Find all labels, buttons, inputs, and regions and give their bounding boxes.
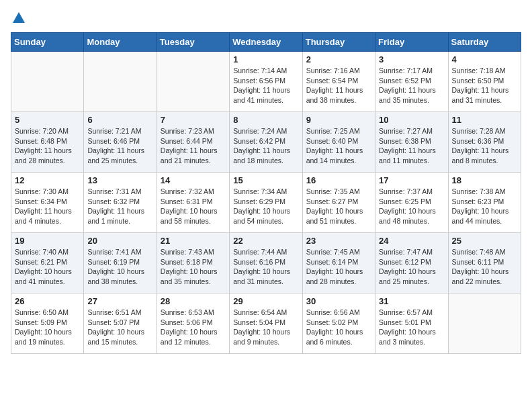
calendar-cell: 10Sunrise: 7:27 AMSunset: 6:38 PMDayligh…: [375, 112, 448, 173]
calendar-header-row: SundayMondayTuesdayWednesdayThursdayFrid…: [11, 33, 521, 52]
calendar-cell: 16Sunrise: 7:35 AMSunset: 6:27 PMDayligh…: [302, 173, 375, 233]
day-info: Sunrise: 7:44 AMSunset: 6:16 PMDaylight:…: [233, 247, 298, 287]
calendar-cell: 9Sunrise: 7:25 AMSunset: 6:40 PMDaylight…: [302, 112, 375, 173]
day-number: 17: [379, 175, 444, 185]
calendar-cell: 15Sunrise: 7:34 AMSunset: 6:29 PMDayligh…: [230, 173, 302, 233]
day-info: Sunrise: 7:47 AMSunset: 6:12 PMDaylight:…: [379, 247, 444, 287]
day-info: Sunrise: 7:27 AMSunset: 6:38 PMDaylight:…: [379, 126, 444, 166]
calendar-cell: [84, 52, 157, 112]
day-number: 27: [87, 296, 152, 306]
calendar-week-2: 5Sunrise: 7:20 AMSunset: 6:48 PMDaylight…: [11, 112, 521, 173]
day-info: Sunrise: 7:30 AMSunset: 6:34 PMDaylight:…: [15, 187, 80, 226]
calendar-cell: 1Sunrise: 7:14 AMSunset: 6:56 PMDaylight…: [230, 52, 302, 112]
calendar-cell: 6Sunrise: 7:21 AMSunset: 6:46 PMDaylight…: [84, 112, 157, 173]
calendar-cell: 7Sunrise: 7:23 AMSunset: 6:44 PMDaylight…: [157, 112, 229, 173]
calendar-cell: 28Sunrise: 6:53 AMSunset: 5:06 PMDayligh…: [157, 293, 229, 354]
day-info: Sunrise: 6:57 AMSunset: 5:01 PMDaylight:…: [379, 308, 444, 347]
logo: [11, 11, 27, 24]
calendar-cell: 24Sunrise: 7:47 AMSunset: 6:12 PMDayligh…: [375, 233, 448, 293]
day-info: Sunrise: 7:35 AMSunset: 6:27 PMDaylight:…: [306, 187, 371, 226]
calendar-cell: 26Sunrise: 6:50 AMSunset: 5:09 PMDayligh…: [11, 293, 84, 354]
calendar-cell: 12Sunrise: 7:30 AMSunset: 6:34 PMDayligh…: [11, 173, 84, 233]
calendar-cell: [11, 52, 84, 112]
day-number: 22: [233, 236, 298, 246]
day-number: 2: [306, 54, 371, 64]
day-number: 19: [15, 236, 80, 246]
calendar-cell: 3Sunrise: 7:17 AMSunset: 6:52 PMDaylight…: [375, 52, 448, 112]
day-number: 31: [379, 296, 444, 306]
weekday-header-friday: Friday: [375, 33, 448, 52]
day-info: Sunrise: 7:24 AMSunset: 6:42 PMDaylight:…: [233, 126, 298, 166]
day-info: Sunrise: 7:34 AMSunset: 6:29 PMDaylight:…: [233, 187, 298, 226]
day-number: 4: [452, 54, 517, 64]
day-info: Sunrise: 7:28 AMSunset: 6:36 PMDaylight:…: [452, 126, 517, 166]
calendar-cell: 25Sunrise: 7:48 AMSunset: 6:11 PMDayligh…: [448, 233, 521, 293]
day-info: Sunrise: 7:21 AMSunset: 6:46 PMDaylight:…: [87, 126, 152, 166]
day-info: Sunrise: 6:56 AMSunset: 5:02 PMDaylight:…: [306, 308, 371, 347]
logo-icon: [11, 11, 26, 26]
day-number: 3: [379, 54, 444, 64]
calendar-cell: 17Sunrise: 7:37 AMSunset: 6:25 PMDayligh…: [375, 173, 448, 233]
day-info: Sunrise: 7:38 AMSunset: 6:23 PMDaylight:…: [452, 187, 517, 226]
day-number: 30: [306, 296, 371, 306]
page-header: [11, 11, 521, 24]
day-number: 26: [15, 296, 80, 306]
calendar-cell: 14Sunrise: 7:32 AMSunset: 6:31 PMDayligh…: [157, 173, 229, 233]
day-info: Sunrise: 7:48 AMSunset: 6:11 PMDaylight:…: [452, 247, 517, 287]
calendar-cell: [448, 293, 521, 354]
day-info: Sunrise: 7:25 AMSunset: 6:40 PMDaylight:…: [306, 126, 371, 166]
day-info: Sunrise: 6:54 AMSunset: 5:04 PMDaylight:…: [233, 308, 298, 347]
calendar-week-1: 1Sunrise: 7:14 AMSunset: 6:56 PMDaylight…: [11, 52, 521, 112]
day-info: Sunrise: 7:31 AMSunset: 6:32 PMDaylight:…: [87, 187, 152, 226]
day-info: Sunrise: 7:40 AMSunset: 6:21 PMDaylight:…: [15, 247, 80, 287]
calendar-cell: 4Sunrise: 7:18 AMSunset: 6:50 PMDaylight…: [448, 52, 521, 112]
calendar-week-3: 12Sunrise: 7:30 AMSunset: 6:34 PMDayligh…: [11, 173, 521, 233]
day-number: 23: [306, 236, 371, 246]
day-info: Sunrise: 7:20 AMSunset: 6:48 PMDaylight:…: [15, 126, 80, 166]
day-info: Sunrise: 7:17 AMSunset: 6:52 PMDaylight:…: [379, 66, 444, 105]
calendar-cell: 31Sunrise: 6:57 AMSunset: 5:01 PMDayligh…: [375, 293, 448, 354]
calendar-cell: 8Sunrise: 7:24 AMSunset: 6:42 PMDaylight…: [230, 112, 302, 173]
day-number: 6: [87, 115, 152, 125]
day-info: Sunrise: 7:23 AMSunset: 6:44 PMDaylight:…: [161, 126, 226, 166]
calendar-cell: 27Sunrise: 6:51 AMSunset: 5:07 PMDayligh…: [84, 293, 157, 354]
day-info: Sunrise: 7:45 AMSunset: 6:14 PMDaylight:…: [306, 247, 371, 287]
day-info: Sunrise: 7:14 AMSunset: 6:56 PMDaylight:…: [233, 66, 298, 105]
day-info: Sunrise: 6:50 AMSunset: 5:09 PMDaylight:…: [15, 308, 80, 347]
calendar-cell: 30Sunrise: 6:56 AMSunset: 5:02 PMDayligh…: [302, 293, 375, 354]
day-number: 5: [15, 115, 80, 125]
day-number: 21: [161, 236, 226, 246]
day-number: 24: [379, 236, 444, 246]
calendar-cell: 5Sunrise: 7:20 AMSunset: 6:48 PMDaylight…: [11, 112, 84, 173]
calendar-cell: 19Sunrise: 7:40 AMSunset: 6:21 PMDayligh…: [11, 233, 84, 293]
calendar-cell: 18Sunrise: 7:38 AMSunset: 6:23 PMDayligh…: [448, 173, 521, 233]
day-info: Sunrise: 7:37 AMSunset: 6:25 PMDaylight:…: [379, 187, 444, 226]
calendar-cell: 29Sunrise: 6:54 AMSunset: 5:04 PMDayligh…: [230, 293, 302, 354]
weekday-header-saturday: Saturday: [448, 33, 521, 52]
day-number: 13: [87, 175, 152, 185]
day-info: Sunrise: 7:41 AMSunset: 6:19 PMDaylight:…: [87, 247, 152, 287]
calendar-week-4: 19Sunrise: 7:40 AMSunset: 6:21 PMDayligh…: [11, 233, 521, 293]
day-number: 14: [161, 175, 226, 185]
calendar-cell: 22Sunrise: 7:44 AMSunset: 6:16 PMDayligh…: [230, 233, 302, 293]
day-info: Sunrise: 6:53 AMSunset: 5:06 PMDaylight:…: [161, 308, 226, 347]
calendar-cell: 21Sunrise: 7:43 AMSunset: 6:18 PMDayligh…: [157, 233, 229, 293]
day-info: Sunrise: 7:32 AMSunset: 6:31 PMDaylight:…: [161, 187, 226, 226]
day-info: Sunrise: 7:18 AMSunset: 6:50 PMDaylight:…: [452, 66, 517, 105]
weekday-header-monday: Monday: [84, 33, 157, 52]
day-number: 25: [452, 236, 517, 246]
calendar-cell: 2Sunrise: 7:16 AMSunset: 6:54 PMDaylight…: [302, 52, 375, 112]
day-number: 15: [233, 175, 298, 185]
calendar-table: SundayMondayTuesdayWednesdayThursdayFrid…: [11, 32, 521, 354]
weekday-header-sunday: Sunday: [11, 33, 84, 52]
day-number: 28: [161, 296, 226, 306]
day-number: 20: [87, 236, 152, 246]
day-number: 10: [379, 115, 444, 125]
day-number: 11: [452, 115, 517, 125]
weekday-header-wednesday: Wednesday: [230, 33, 302, 52]
day-number: 29: [233, 296, 298, 306]
svg-marker-0: [13, 12, 25, 23]
calendar-cell: 20Sunrise: 7:41 AMSunset: 6:19 PMDayligh…: [84, 233, 157, 293]
calendar-cell: 13Sunrise: 7:31 AMSunset: 6:32 PMDayligh…: [84, 173, 157, 233]
weekday-header-tuesday: Tuesday: [157, 33, 229, 52]
